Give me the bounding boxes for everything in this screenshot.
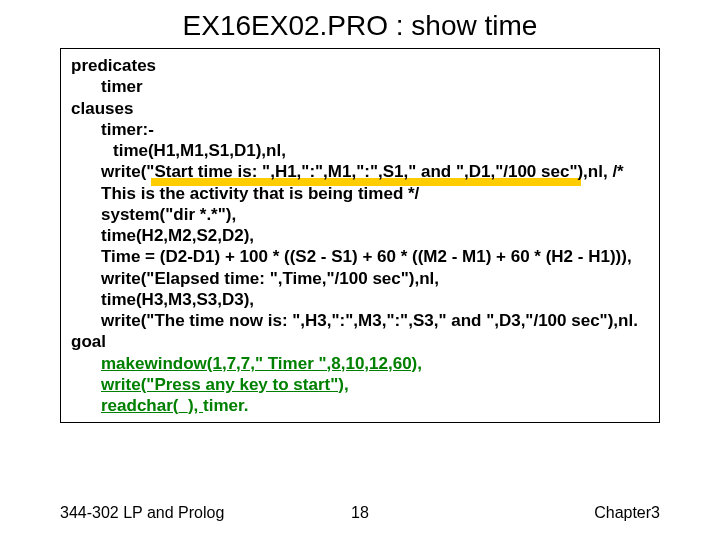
code-keyword-timer: timer. <box>203 396 248 415</box>
code-line: predicates <box>71 55 649 76</box>
code-keyword-readchar: readchar(_), <box>101 396 203 415</box>
code-line: Time = (D2-D1) + 100 * ((S2 - S1) + 60 *… <box>71 246 649 267</box>
code-keyword-write: write("Press any key to start"), <box>101 375 349 394</box>
code-keyword-makewindow: makewindow(1,7,7," Timer ",8,10,12,60), <box>101 354 422 373</box>
code-line: timer <box>71 76 649 97</box>
code-line: write("Elapsed time: ",Time,"/100 sec"),… <box>71 268 649 289</box>
code-box: predicates timer clauses timer:- time(H1… <box>60 48 660 423</box>
code-line: time(H3,M3,S3,D3), <box>71 289 649 310</box>
footer: 344-302 LP and Prolog 18 Chapter3 <box>60 504 660 522</box>
code-line: readchar(_), timer. <box>71 395 649 416</box>
code-line: write("The time now is: ",H3,":",M3,":",… <box>71 310 649 331</box>
footer-page-number: 18 <box>260 504 460 522</box>
footer-left: 344-302 LP and Prolog <box>60 504 260 522</box>
code-line: write("Press any key to start"), <box>71 374 649 395</box>
code-line: goal <box>71 331 649 352</box>
page-title: EX16EX02.PRO : show time <box>0 10 720 42</box>
slide: EX16EX02.PRO : show time predicates time… <box>0 0 720 540</box>
code-line: clauses <box>71 98 649 119</box>
code-line: time(H1,M1,S1,D1),nl, <box>71 140 649 161</box>
code-line: timer:- <box>71 119 649 140</box>
code-line: write("Start time is: ",H1,":",M1,":",S1… <box>71 161 649 204</box>
code-line: makewindow(1,7,7," Timer ",8,10,12,60), <box>71 353 649 374</box>
code-line: time(H2,M2,S2,D2), <box>71 225 649 246</box>
code-line: system("dir *.*"), <box>71 204 649 225</box>
footer-right: Chapter3 <box>460 504 660 522</box>
